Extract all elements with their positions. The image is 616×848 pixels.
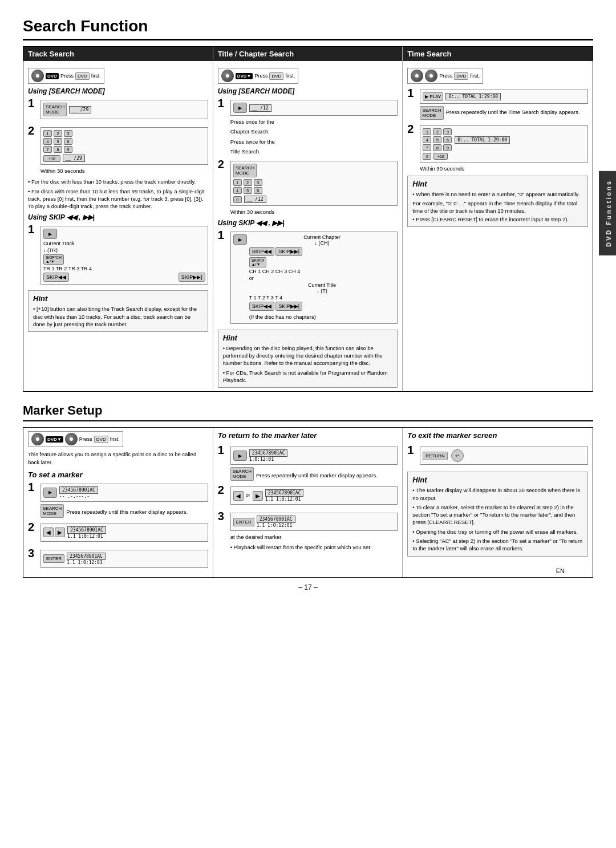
tc-skip-back2[interactable]: SKIP◀◀ — [249, 302, 275, 311]
track-play-btn[interactable]: ▶ — [43, 229, 57, 239]
track-btn-9[interactable]: 9 — [64, 146, 72, 153]
track-skip-ch-btn: SKIP/CH▲/▼ — [43, 254, 205, 265]
tc-press-once: Press once for the — [230, 118, 398, 125]
track-skip-back-btn[interactable]: SKIP◀◀ — [43, 273, 69, 282]
marker-hint-text-4: • Selecting "AC" at step 2) in the secti… — [412, 537, 583, 553]
marker-disc-icon1 — [31, 433, 44, 445]
time-btn-4[interactable]: 4 — [423, 136, 431, 143]
tc-btn-1[interactable]: 1 — [233, 179, 242, 186]
time-btn-plus10-row: 0 +10 — [423, 153, 585, 160]
tc-dvd-button[interactable]: DVD — [269, 72, 283, 80]
marker-set-right-btn[interactable]: ▶ — [55, 528, 65, 537]
marker-left-col: DVD▼ Press DVD first. This feature allow… — [23, 428, 213, 577]
marker-set-step1-disp: 2345678901AC — [59, 486, 98, 494]
marker-return-right-btn[interactable]: ▶ — [253, 491, 263, 501]
track-dvd-button[interactable]: DVD — [75, 72, 90, 80]
tc-search-mode-btn[interactable]: SEARCHMODE — [233, 164, 257, 177]
time-hint-box: Hint • When there is no need to enter a … — [407, 176, 588, 227]
time-btn-0[interactable]: 0 — [423, 153, 431, 160]
time-press-label: Press — [439, 73, 452, 79]
marker-return-left-btn[interactable]: ◀ — [233, 491, 244, 501]
marker-set-nav-btns: ◀ ▶ — [43, 528, 65, 537]
tc-first-label: first. — [285, 73, 295, 79]
marker-set-step1-sub: -- .-.---.- — [59, 494, 98, 499]
tc-step1-diagram: ▶ __ /12 — [230, 100, 398, 116]
track-btn-plus10[interactable]: +10 — [43, 155, 60, 162]
marker-set-step1-num: 1 — [28, 481, 37, 493]
time-step2-num: 2 — [407, 123, 416, 135]
marker-press-first: DVD▼ Press DVD first. — [28, 431, 123, 447]
tc-skip-icon: ◀◀ , ▶▶| — [256, 219, 284, 227]
marker-return-play-btn[interactable]: ▶ — [233, 451, 247, 461]
marker-set-step1-diagram: ▶ 2345678901AC -- .-.---.- — [40, 484, 208, 502]
track-step1-display: __ /29 — [69, 106, 91, 113]
track-search-mode-btn[interactable]: SEARCHMODE — [43, 103, 67, 116]
track-skip-fwd-btn[interactable]: SKIP▶▶| — [179, 273, 205, 282]
tc-skip-step1-num: 1 — [218, 229, 227, 241]
time-search-mode-btn[interactable]: SEARCHMODE — [420, 106, 443, 120]
tc-btn-5[interactable]: 5 — [244, 187, 252, 194]
time-btn-5[interactable]: 5 — [433, 136, 441, 143]
track-btn-3[interactable]: 3 — [64, 130, 72, 137]
tc-skip-btns-row2: SKIP◀◀ SKIP▶▶| — [249, 302, 395, 311]
marker-set-step2-sub: 1.1 1:0:12:01 — [67, 534, 106, 539]
marker-dvd-button[interactable]: DVD — [94, 436, 108, 443]
tc-btn-2[interactable]: 2 — [244, 179, 252, 186]
tc-step1-content: ▶ __ /12 Press once for the Chapter Sear… — [230, 98, 398, 155]
time-btn-8[interactable]: 8 — [433, 144, 441, 151]
tc-btn-4[interactable]: 4 — [233, 187, 242, 194]
tc-skip-fwd[interactable]: SKIP▶▶| — [275, 247, 302, 256]
track-btn-6[interactable]: 6 — [64, 138, 72, 145]
time-btn-2[interactable]: 2 — [433, 128, 441, 135]
time-disc-icon2 — [425, 70, 437, 82]
tc-skip-fwd2[interactable]: SKIP▶▶| — [275, 302, 302, 311]
tc-btn-3[interactable]: 3 — [254, 179, 262, 186]
time-step2-diagram: 1 2 3 4 5 6 7 8 9 0:.. — [420, 125, 588, 163]
tc-btn-6[interactable]: 6 — [254, 187, 262, 194]
tc-no-chapters: (If the disc has no chapters) — [249, 313, 395, 320]
tc-using-search-mode: Using [SEARCH MODE] — [218, 87, 398, 95]
time-step1-diagram: ▶ PLAY 0:.. TOTAL 1:29:00 — [420, 90, 588, 104]
marker-search-mode-btn[interactable]: SEARCHMODE — [40, 504, 64, 518]
track-btn-5[interactable]: 5 — [54, 138, 62, 145]
track-skipch-button[interactable]: SKIP/CH▲/▼ — [43, 254, 64, 265]
tc-skip-back[interactable]: SKIP◀◀ — [249, 247, 275, 256]
marker-set-step3-content: ENTER 2345678901AC 1.1 1:0:12:01 — [40, 547, 208, 570]
marker-exit-step1: 1 RETURN ↩ — [407, 444, 588, 467]
marker-enter-btn[interactable]: ENTER — [43, 554, 64, 563]
marker-return-step1-sub: 1.0:12:01 — [249, 457, 288, 462]
time-step1-content: ▶ PLAY 0:.. TOTAL 1:29:00 SEARCHMODE Pre… — [420, 87, 588, 120]
marker-play-btn-1[interactable]: ▶ — [43, 488, 57, 498]
time-dvd-button[interactable]: DVD — [454, 72, 468, 80]
track-note-1: • For the disc with less than 10 tracks,… — [28, 178, 208, 185]
track-step2-display: __ /29 — [63, 155, 85, 162]
tc-play-btn-1[interactable]: ▶ — [233, 103, 247, 113]
track-btn-7[interactable]: 7 — [43, 146, 52, 153]
tc-btn-0[interactable]: 0 — [233, 196, 242, 203]
time-btn-7[interactable]: 7 — [423, 144, 431, 151]
tc-using-skip-title: Using SKIP ◀◀ , ▶▶| — [218, 219, 398, 227]
time-btn-3[interactable]: 3 — [443, 128, 452, 135]
marker-return-search-mode-btn[interactable]: SEARCHMODE — [230, 467, 254, 481]
time-btn-6[interactable]: 6 — [443, 136, 452, 143]
marker-set-step1-desc: SEARCHMODE Press repeatedly until this m… — [40, 504, 208, 518]
time-btn-1[interactable]: 1 — [423, 128, 431, 135]
track-within-30: Within 30 seconds — [40, 167, 208, 175]
marker-return-circle-btn[interactable]: ↩ — [451, 449, 464, 462]
marker-set-left-btn[interactable]: ◀ — [43, 528, 54, 537]
track-btn-1[interactable]: 1 — [43, 130, 52, 137]
track-btn-8[interactable]: 8 — [54, 146, 62, 153]
marker-return-step3-sub: 1.1 1:0:12:01 — [257, 523, 295, 528]
tc-skipha-btn[interactable]: SKIP/A▲/▼ — [249, 257, 267, 267]
time-btn-9[interactable]: 9 — [443, 144, 452, 151]
track-step2-num: 2 — [28, 125, 37, 136]
marker-return-enter-btn[interactable]: ENTER — [233, 518, 254, 526]
time-btn-plus10[interactable]: +10 — [433, 153, 448, 160]
marker-return-step1-num: 1 — [218, 444, 227, 456]
tc-play-btn-2[interactable]: ▶ — [233, 234, 247, 245]
marker-set-step2-num: 2 — [28, 521, 37, 533]
marker-return-step2-sub: 1.1 1:0:12:01 — [265, 497, 304, 502]
tc-title-search: Title Search. — [230, 148, 398, 155]
track-btn-4[interactable]: 4 — [43, 138, 52, 145]
track-btn-2[interactable]: 2 — [54, 130, 62, 137]
